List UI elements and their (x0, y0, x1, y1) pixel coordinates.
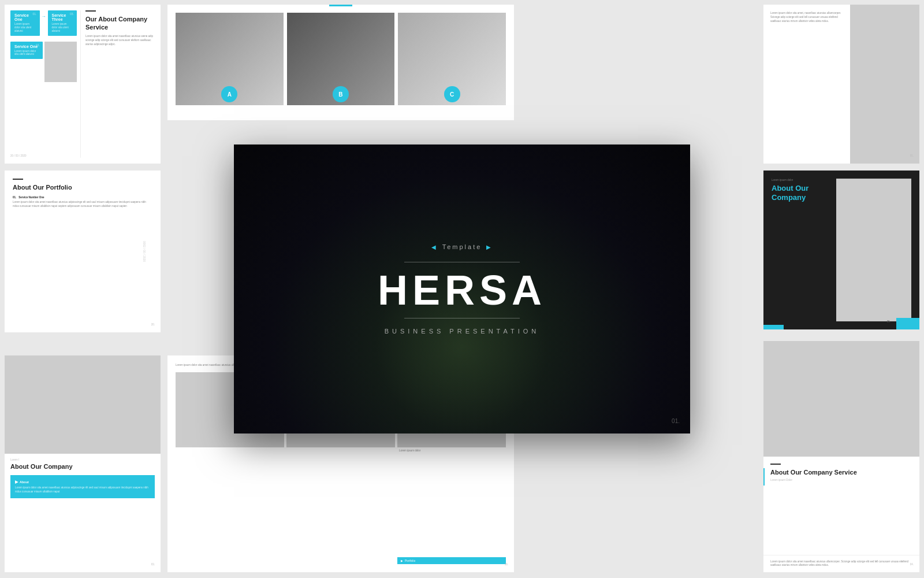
slide-tr-num: 05. (910, 154, 914, 157)
hersa-top-line (404, 262, 520, 262)
slide-top-left[interactable]: 01. Service One Lorem ipsum dolor sita u… (5, 5, 161, 164)
rb-label: Lorem ipsum Dolor (770, 479, 912, 481)
slide-tl-title: Our About Company Service (85, 15, 155, 32)
slide-about-dark[interactable]: Lorem ipsum dolor About Our Company 05. (763, 171, 919, 329)
service-one-num: 01. (33, 12, 37, 16)
lbb-about-label: ▶ About (15, 480, 150, 484)
hersa-subtitle: BUSINESS PRESENTATION (257, 328, 667, 335)
service-title-label: Service Number One (18, 196, 44, 199)
lbb-num: 03. (151, 563, 155, 566)
service-one2-title: Service One (14, 45, 39, 49)
slide-right-bottom[interactable]: About Our Company Service Lorem ipsum Do… (763, 341, 919, 572)
slide-lbb[interactable]: Lorem I About Our Company ▶ About Lorem … (5, 355, 161, 572)
service-num-label: 01. (13, 196, 16, 199)
portfolio-title: About Our Portfolio (13, 183, 152, 191)
hersa-title: HERSA (257, 269, 667, 311)
service-one2-num: 01. (36, 43, 40, 47)
portfolio-body: Lorem ipsum dolor sita amet naserllasc a… (13, 201, 152, 209)
slide-tr-body: Lorem ipsum dolor sita amet, naserllasc … (770, 12, 843, 23)
portfolio-num: 20. (151, 323, 155, 326)
slide-img-c: C (398, 13, 506, 105)
lbb-label: Lorem I (10, 458, 155, 461)
bm-num: 16. (505, 563, 508, 566)
slide-dark-title: About Our Company (772, 184, 833, 202)
slide-tl-body: Lorem ipsum dolor sita amet naserllasc a… (85, 35, 155, 46)
service-one-body: Lorem ipsum dolor sita ulent alatursi (14, 23, 36, 33)
slide-about-portfolio[interactable]: About Our Portfolio 01. Service Number O… (5, 171, 161, 332)
template-nav: ◀ Template ▶ (257, 243, 667, 250)
nav-left-arrow[interactable]: ◀ (431, 244, 438, 250)
rb-num: 04. (910, 563, 914, 566)
badge-a: A (221, 86, 237, 102)
lbb-title: About Our Company (10, 462, 155, 470)
slide-top-middle[interactable]: A B C (167, 5, 514, 120)
service-three-num: 03. (70, 12, 74, 16)
nav-right-arrow[interactable]: ▶ (486, 244, 493, 250)
portfolio-tag-body: Lorem ipsum dolor (397, 447, 506, 452)
slide-img-a: A (176, 13, 284, 105)
badge-c: C (444, 86, 460, 102)
portfolio-side-num: 0002 / 00 / 2020 (143, 241, 146, 262)
hersa-bottom-line (404, 318, 520, 318)
slide-date: 20 / 03 / 2020 (10, 154, 27, 157)
main-slide-content: ◀ Template ▶ HERSA BUSINESS PRESENTATION (234, 220, 690, 358)
slide-dark-num: 05. (887, 320, 891, 323)
lbb-about-body: Lorem ipsum dolor sita amet naserllasc a… (15, 486, 150, 494)
slide-img-b: B (287, 13, 395, 105)
service-three-body: Lorem ipsum dolor sita ulent alatursi (52, 23, 73, 33)
badge-b: B (333, 86, 349, 102)
rb-title: About Our Company Service (770, 468, 912, 476)
rb-footer: Lorem ipsum dolor sita amet naserllasc a… (770, 560, 912, 568)
slide-dark-label: Lorem ipsum dolor (772, 179, 833, 181)
main-slide[interactable]: ◀ Template ▶ HERSA BUSINESS PRESENTATION… (234, 144, 690, 433)
slide-top-right[interactable]: Lorem ipsum dolor sita amet, naserllasc … (763, 5, 919, 164)
portfolio-tag: ▶ Portfolio (397, 557, 506, 564)
main-slide-num: 01. (672, 415, 680, 425)
service-one2-body: Lorem ipsum dolor sita ulent alatursi (14, 50, 39, 57)
template-label-text: Template (442, 243, 482, 250)
